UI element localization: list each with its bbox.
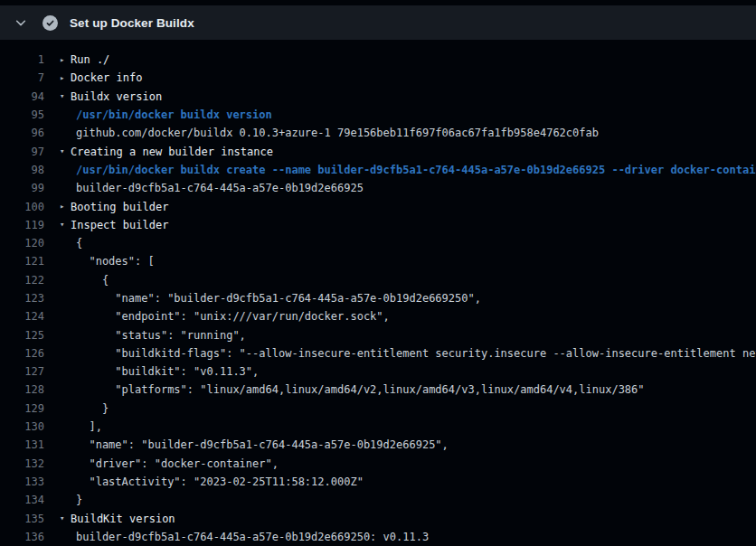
check-circle-icon — [43, 15, 58, 31]
line-number[interactable]: 122 — [0, 274, 44, 287]
line-number[interactable]: 124 — [0, 310, 44, 323]
log-line: 134} — [0, 491, 756, 509]
chevron-down-icon[interactable] — [7, 16, 34, 29]
log-line: 136builder-d9cfb5a1-c764-445a-a57e-0b19d… — [0, 528, 756, 546]
group-title[interactable]: Run ./ — [71, 53, 109, 66]
log-line: 126 "buildkitd-flags": "--allow-insecure… — [0, 344, 756, 362]
group-expand-icon[interactable]: ▸ — [60, 202, 71, 211]
line-number[interactable]: 132 — [0, 457, 44, 470]
log-line: 130 ], — [0, 418, 756, 436]
log-line: 133 "lastActivity": "2023-02-25T11:58:12… — [0, 473, 756, 491]
output-text: "driver": "docker-container", — [76, 457, 279, 470]
log-line: 123 "name": "builder-d9cfb5a1-c764-445a-… — [0, 289, 756, 307]
log-line: 128 "platforms": "linux/amd64,linux/amd6… — [0, 381, 756, 399]
output-text: "buildkitd-flags": "--allow-insecure-ent… — [76, 347, 756, 360]
log-line: 100▸Booting builder — [0, 197, 756, 215]
step-title: Set up Docker Buildx — [70, 16, 194, 30]
output-text: "nodes": [ — [76, 255, 155, 268]
line-number[interactable]: 136 — [0, 531, 44, 543]
line-number[interactable]: 99 — [0, 182, 44, 194]
output-text: { — [76, 274, 109, 287]
output-text: } — [76, 494, 82, 506]
log-line: 94▾Buildx version — [0, 88, 756, 106]
output-text: github.com/docker/buildx 0.10.3+azure-1 … — [76, 127, 599, 139]
output-text: builder-d9cfb5a1-c764-445a-a57e-0b19d2e6… — [76, 531, 429, 543]
group-expand-icon[interactable]: ▸ — [60, 56, 71, 64]
actions-log-page: Set up Docker Buildx 1▸Run ./7▸Docker in… — [0, 0, 756, 546]
group-title[interactable]: Buildx version — [71, 90, 162, 103]
line-number[interactable]: 133 — [0, 475, 44, 488]
output-text: { — [76, 237, 82, 249]
line-number[interactable]: 121 — [0, 255, 44, 268]
log-line: 127 "buildkit": "v0.11.3", — [0, 362, 756, 381]
line-number[interactable]: 128 — [0, 383, 44, 396]
group-expand-icon[interactable]: ▸ — [60, 74, 71, 82]
log-line: 96github.com/docker/buildx 0.10.3+azure-… — [0, 124, 756, 142]
line-number[interactable]: 126 — [0, 347, 44, 360]
output-text: "endpoint": "unix:///var/run/docker.sock… — [76, 310, 390, 323]
group-collapse-icon[interactable]: ▾ — [60, 514, 71, 522]
line-number[interactable]: 98 — [0, 164, 44, 176]
line-number[interactable]: 120 — [0, 237, 44, 249]
log-line: 131 "name": "builder-d9cfb5a1-c764-445a-… — [0, 436, 756, 454]
group-title[interactable]: Creating a new builder instance — [71, 146, 273, 158]
line-number[interactable]: 119 — [0, 219, 44, 231]
log-line: 97▾Creating a new builder instance — [0, 142, 756, 160]
log-line: 1▸Run ./ — [0, 51, 756, 69]
log-line: 119▾Inspect builder — [0, 216, 756, 234]
line-number[interactable]: 1 — [0, 53, 44, 66]
command-text: /usr/bin/docker buildx create --name bui… — [76, 164, 756, 176]
output-text: "lastActivity": "2023-02-25T11:58:12.000… — [76, 475, 364, 488]
line-number[interactable]: 131 — [0, 438, 44, 451]
step-header[interactable]: Set up Docker Buildx — [0, 5, 756, 40]
log-line: 124 "endpoint": "unix:///var/run/docker.… — [0, 307, 756, 325]
log-line: 7▸Docker info — [0, 69, 756, 87]
log-line: 98/usr/bin/docker buildx create --name b… — [0, 161, 756, 179]
output-text: ], — [76, 420, 102, 433]
line-number[interactable]: 129 — [0, 402, 44, 415]
line-number[interactable]: 125 — [0, 329, 44, 342]
line-number[interactable]: 96 — [0, 127, 44, 139]
line-number[interactable]: 135 — [0, 513, 44, 525]
line-number[interactable]: 123 — [0, 292, 44, 305]
line-number[interactable]: 134 — [0, 494, 44, 506]
log-line: 125 "status": "running", — [0, 325, 756, 344]
log-line: 95/usr/bin/docker buildx version — [0, 106, 756, 124]
log-line: 122 { — [0, 271, 756, 289]
output-text: "name": "builder-d9cfb5a1-c764-445a-a57e… — [76, 292, 481, 305]
line-number[interactable]: 100 — [0, 201, 44, 213]
command-text: /usr/bin/docker buildx version — [76, 108, 272, 121]
group-title[interactable]: Inspect builder — [71, 219, 168, 231]
group-title[interactable]: Booting builder — [71, 201, 168, 213]
log-line: 120{ — [0, 234, 756, 252]
line-number[interactable]: 130 — [0, 420, 44, 433]
line-number[interactable]: 97 — [0, 146, 44, 158]
output-text: "name": "builder-d9cfb5a1-c764-445a-a57e… — [76, 438, 449, 451]
line-number[interactable]: 127 — [0, 365, 44, 378]
log-area: 1▸Run ./7▸Docker info94▾Buildx version95… — [0, 40, 756, 546]
group-collapse-icon[interactable]: ▾ — [60, 221, 71, 229]
log-line: 99builder-d9cfb5a1-c764-445a-a57e-0b19d2… — [0, 179, 756, 197]
line-number[interactable]: 95 — [0, 108, 44, 121]
output-text: "buildkit": "v0.11.3", — [76, 365, 259, 378]
output-text: "status": "running", — [76, 329, 246, 342]
group-collapse-icon[interactable]: ▾ — [60, 147, 71, 155]
log-line: 132 "driver": "docker-container", — [0, 455, 756, 473]
output-text: "platforms": "linux/amd64,linux/amd64/v2… — [76, 383, 645, 396]
output-text: builder-d9cfb5a1-c764-445a-a57e-0b19d2e6… — [76, 182, 364, 194]
log-line: 135▾BuildKit version — [0, 509, 756, 527]
line-number[interactable]: 7 — [0, 71, 44, 84]
line-number[interactable]: 94 — [0, 90, 44, 103]
log-line: 121 "nodes": [ — [0, 252, 756, 270]
group-collapse-icon[interactable]: ▾ — [60, 92, 71, 100]
log-line: 129 } — [0, 400, 756, 418]
group-title[interactable]: BuildKit version — [71, 513, 175, 525]
output-text: } — [76, 402, 109, 415]
group-title[interactable]: Docker info — [71, 71, 142, 84]
